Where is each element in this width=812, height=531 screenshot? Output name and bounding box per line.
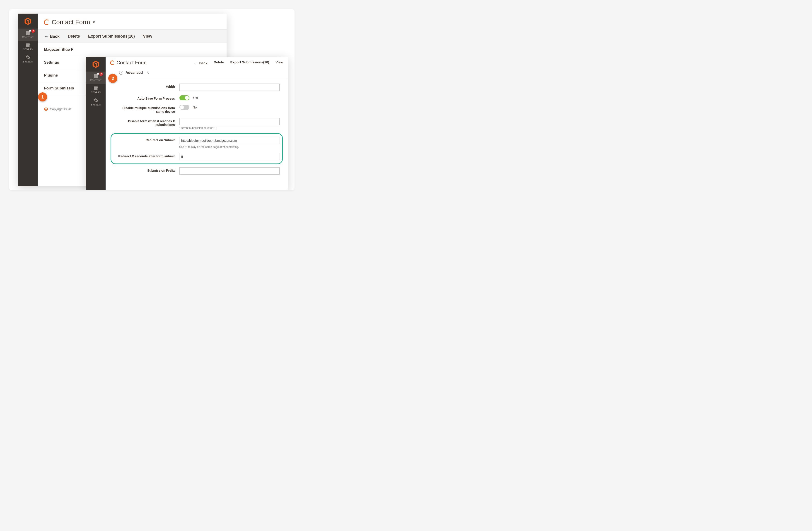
page-header: Contact Form ←Back Delete Export Submiss… [105,57,288,68]
sidebar-item-label: SYSTEM [91,103,101,106]
sidebar-item-label: STORES [91,91,101,94]
chevron-up-icon[interactable]: ⌃ [119,71,123,75]
notification-badge[interactable]: 2 [100,72,103,76]
back-button[interactable]: ←Back [44,34,60,39]
view-button[interactable]: View [276,60,283,65]
sidebar-item-content[interactable]: CONTENT 2 [18,29,38,41]
autosave-toggle[interactable] [179,95,189,100]
bell-icon [97,72,100,76]
spinner-icon [44,19,49,25]
submission-prefix-input[interactable] [179,167,279,175]
sidebar: CONTENT 2 STORES SYSTEM [18,14,38,186]
delete-button[interactable]: Delete [214,60,224,65]
copyright-text: Copyright © 20 [50,107,71,111]
page-title: Contact Form [116,60,147,66]
notification-badge[interactable]: 2 [31,29,35,33]
sidebar-item-system[interactable]: SYSTEM [18,53,38,65]
sidebar-item-label: CONTENT [22,36,33,39]
screenshot-frame: CONTENT 2 STORES SYSTEM Contact Form ▾ [9,9,294,190]
disable-multi-toggle[interactable] [179,105,189,110]
redirect-delay-label: Redirect X seconds after form submit [114,153,179,158]
magento-logo-icon[interactable] [92,60,100,69]
toolbar: ←Back Delete Export Submissions(10) View [193,60,283,65]
page-title: Contact Form [52,18,90,26]
highlight-box: Redirect on Submit Use "/" to stay on th… [111,133,283,164]
sidebar-item-label: SYSTEM [23,60,33,63]
section-title: Advanced [126,71,143,75]
autosave-label: Auto Save Form Process [114,95,179,100]
annotation-marker-2: 2 [108,74,117,83]
back-button[interactable]: ←Back [193,60,207,65]
sidebar-item-stores[interactable]: STORES [86,84,105,96]
sidebar-item-system[interactable]: SYSTEM [86,96,105,108]
max-submissions-input[interactable] [179,118,279,125]
section-blueform[interactable]: Magezon Blue F [38,43,227,56]
redirect-delay-input[interactable] [179,153,280,160]
submission-counter-hint: Current submission counter: 10 [179,126,279,130]
magento-logo-icon[interactable] [24,17,32,25]
redirect-label: Redirect on Submit [114,137,179,142]
width-input[interactable] [179,84,279,91]
disable-multi-label: Disable multiple submissions from same d… [114,105,179,114]
autosave-value: Yes [192,96,198,100]
sidebar: CONTENT 2 STORES SYSTEM [86,57,105,190]
disable-multi-value: No [192,105,197,109]
section-header-advanced[interactable]: ⌃ Advanced ✎ [105,68,288,78]
pencil-icon[interactable]: ✎ [146,71,149,74]
page-header: Contact Form ▾ [38,14,227,29]
sidebar-item-label: CONTENT [90,79,102,82]
sidebar-item-content[interactable]: CONTENT 2 [86,72,105,84]
dropdown-caret-icon[interactable]: ▾ [93,20,95,25]
redirect-hint: Use "/" to stay on the same page after s… [179,145,280,149]
width-label: Width [114,84,179,89]
export-submissions-button[interactable]: Export Submissions(10) [88,34,135,39]
spinner-icon [110,60,115,65]
sidebar-item-label: STORES [23,48,33,51]
redirect-input[interactable] [179,137,280,144]
view-button[interactable]: View [143,34,152,39]
export-submissions-button[interactable]: Export Submissions(10) [230,60,269,65]
magento-small-icon [44,107,48,111]
max-submissions-label: Disable form when it reaches X submissio… [114,118,179,127]
annotation-marker-1: 1 [38,92,47,101]
main-panel: Contact Form ←Back Delete Export Submiss… [105,57,288,185]
toolbar: ←Back Delete Export Submissions(10) View [38,29,227,43]
submission-prefix-label: Submission Prefix [114,167,179,172]
delete-button[interactable]: Delete [68,34,80,39]
bell-icon [29,29,32,33]
advanced-form: Width Auto Save Form Process Yes Disable… [105,78,288,185]
sidebar-item-stores[interactable]: STORES [18,41,38,53]
